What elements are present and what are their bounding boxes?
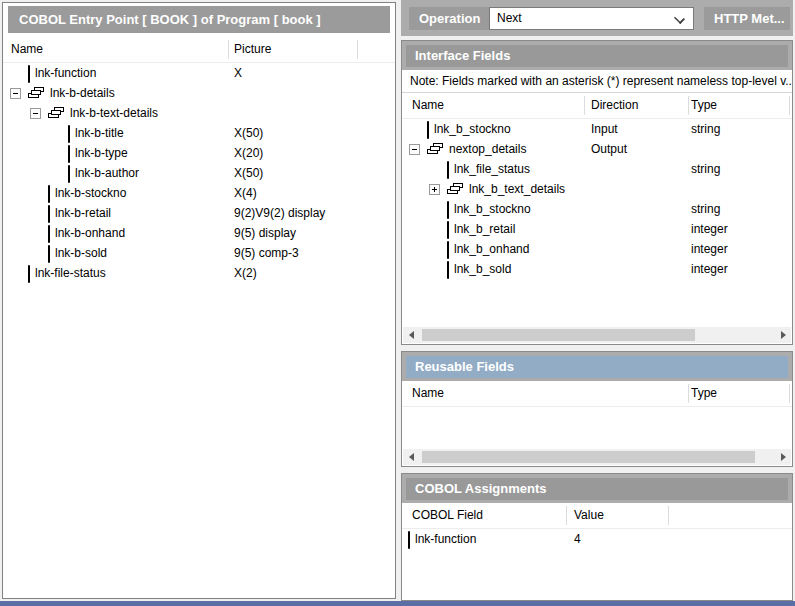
tree-row[interactable]: lnk-b-sold 9(5) comp-3 <box>3 243 395 263</box>
row-direction: Output <box>591 142 627 156</box>
row-picture: 9(5) comp-3 <box>234 246 299 260</box>
field-icon <box>447 162 449 176</box>
tree-row[interactable]: lnk-b-text-details <box>3 103 395 123</box>
chevron-down-icon <box>674 13 685 24</box>
tree-row[interactable]: lnk_b_stockno string <box>402 199 792 219</box>
row-type: string <box>691 122 720 136</box>
tree-row[interactable]: lnk-file-status X(2) <box>3 263 395 283</box>
column-header-picture[interactable]: Picture <box>234 42 271 56</box>
tree-row[interactable]: lnk_b_sold integer <box>402 259 792 279</box>
row-picture: X(50) <box>234 126 263 140</box>
horizontal-scrollbar[interactable] <box>403 327 791 343</box>
field-icon <box>68 146 70 160</box>
row-value: 4 <box>574 532 581 546</box>
row-picture: X(50) <box>234 166 263 180</box>
assignment-row[interactable]: lnk-function 4 <box>402 529 792 549</box>
group-icon <box>28 87 45 99</box>
scroll-right-button[interactable] <box>775 449 791 465</box>
tree-row[interactable]: lnk-b-type X(20) <box>3 143 395 163</box>
tree-row[interactable]: lnk_b_stockno Input string <box>402 119 792 139</box>
column-header-type[interactable]: Type <box>691 98 717 112</box>
column-divider[interactable] <box>566 506 567 525</box>
column-divider[interactable] <box>789 384 790 403</box>
field-icon <box>427 122 429 136</box>
row-name: lnk_b_onhand <box>454 242 529 256</box>
section-title: COBOL Assignments <box>406 478 788 500</box>
tree-row[interactable]: lnk-b-retail 9(2)V9(2) display <box>3 203 395 223</box>
column-divider[interactable] <box>688 96 689 115</box>
tree-row[interactable]: nextop_details Output <box>402 139 792 159</box>
scroll-right-button[interactable] <box>775 327 791 343</box>
column-divider[interactable] <box>357 40 358 59</box>
tree-row[interactable]: lnk_b_retail integer <box>402 219 792 239</box>
row-type: integer <box>691 262 728 276</box>
row-name: lnk-b-author <box>75 166 139 180</box>
row-name: lnk-b-type <box>75 146 128 160</box>
section-title: Reusable Fields <box>406 356 788 378</box>
column-header-value[interactable]: Value <box>574 508 604 522</box>
field-icon <box>68 126 70 140</box>
field-icon <box>68 166 70 180</box>
scroll-left-button[interactable] <box>403 449 419 465</box>
operation-detail-panel: Operation Next HTTP Met... Interface Fie… <box>401 0 793 601</box>
row-name: lnk-b-details <box>50 86 115 100</box>
reusable-fields-section: Reusable Fields Name Type <box>401 351 793 467</box>
cobol-entry-point-panel: COBOL Entry Point [ BOOK ] of Program [ … <box>2 2 396 599</box>
section-title: Interface Fields <box>406 45 788 67</box>
tree-row[interactable]: lnk-b-details <box>3 83 395 103</box>
field-icon <box>408 532 410 546</box>
scrollbar-thumb[interactable] <box>422 329 695 341</box>
row-name: lnk-b-sold <box>55 246 107 260</box>
tree-row[interactable]: lnk_b_onhand integer <box>402 239 792 259</box>
field-icon <box>48 226 50 240</box>
field-icon <box>447 262 449 276</box>
scroll-left-button[interactable] <box>403 327 419 343</box>
scrollbar-thumb[interactable] <box>422 451 755 463</box>
row-name: lnk-b-stockno <box>55 186 126 200</box>
tree-row[interactable]: lnk-b-title X(50) <box>3 123 395 143</box>
column-header-row: Name Type <box>402 381 792 407</box>
row-name: nextop_details <box>449 142 526 156</box>
row-name: lnk_file_status <box>454 162 530 176</box>
field-icon <box>447 202 449 216</box>
interface-fields-tree: lnk_b_stockno Input string nextop_detail… <box>402 119 792 279</box>
group-icon <box>427 143 444 155</box>
expander-icon[interactable] <box>10 88 21 99</box>
row-name: lnk-b-title <box>75 126 124 140</box>
expander-icon[interactable] <box>429 184 440 195</box>
tree-row[interactable]: lnk-b-stockno X(4) <box>3 183 395 203</box>
operation-select[interactable]: Next <box>489 7 694 30</box>
column-divider[interactable] <box>668 506 669 525</box>
panel-title: COBOL Entry Point [ BOOK ] of Program [ … <box>8 6 390 33</box>
row-picture: 9(2)V9(2) display <box>234 206 325 220</box>
column-divider[interactable] <box>688 384 689 403</box>
http-method-label: HTTP Met... <box>704 7 790 30</box>
column-header-row: COBOL Field Value <box>402 503 792 529</box>
column-header-name[interactable]: Name <box>412 98 444 112</box>
horizontal-scrollbar[interactable] <box>403 449 791 465</box>
column-divider[interactable] <box>584 96 585 115</box>
column-header-cobol-field[interactable]: COBOL Field <box>412 508 483 522</box>
column-divider[interactable] <box>228 40 229 59</box>
expander-icon[interactable] <box>30 108 41 119</box>
tree-row[interactable]: lnk_file_status string <box>402 159 792 179</box>
tree-row[interactable]: lnk_b_text_details <box>402 179 792 199</box>
column-header-type[interactable]: Type <box>691 386 717 400</box>
row-name: lnk-file-status <box>35 266 106 280</box>
column-divider[interactable] <box>789 96 790 115</box>
row-name: lnk_b_stockno <box>434 122 511 136</box>
interface-fields-section: Interface Fields Note: Fields marked wit… <box>401 40 793 345</box>
field-icon <box>447 222 449 236</box>
tree-row[interactable]: lnk-b-onhand 9(5) display <box>3 223 395 243</box>
row-picture: X(4) <box>234 186 257 200</box>
tree-row[interactable]: lnk-function X <box>3 63 395 83</box>
tree-row[interactable]: lnk-b-author X(50) <box>3 163 395 183</box>
row-cobol-field: lnk-function <box>415 532 476 546</box>
field-icon <box>48 206 50 220</box>
column-header-name[interactable]: Name <box>11 42 43 56</box>
column-header-direction[interactable]: Direction <box>591 98 638 112</box>
section-header: COBOL Assignments <box>402 474 792 503</box>
column-header-name[interactable]: Name <box>412 386 444 400</box>
expander-icon[interactable] <box>409 144 420 155</box>
field-icon <box>28 66 30 80</box>
